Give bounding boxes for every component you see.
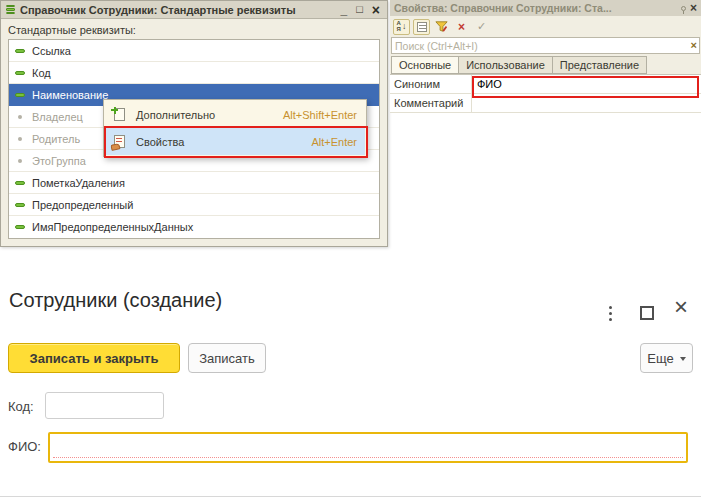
menu-shortcut: Alt+Enter — [311, 136, 357, 148]
properties-titlebar[interactable]: Свойства: Справочник Сотрудники: Ста... … — [390, 0, 701, 16]
standard-attributes-label: Стандартные реквизиты: — [8, 24, 387, 36]
employee-creation-form: Сотрудники (создание) × Записать и закры… — [0, 280, 701, 500]
properties-grid: Синоним ФИО Комментарий — [390, 74, 701, 113]
attribute-icon — [14, 49, 26, 53]
attribute-icon — [14, 181, 26, 185]
tab-osnovnye[interactable]: Основные — [391, 56, 459, 74]
apply-check-icon[interactable]: ✓ — [473, 19, 490, 35]
catalog-icon — [6, 5, 15, 15]
additional-icon — [111, 107, 127, 123]
chevron-down-icon — [680, 357, 686, 361]
comment-value[interactable] — [472, 94, 701, 112]
fio-label: ФИО: — [8, 439, 41, 454]
properties-tabs: Основные Использование Представление — [390, 55, 701, 74]
property-row-sinonim: Синоним ФИО — [390, 75, 701, 94]
close-icon[interactable]: × — [674, 295, 688, 319]
property-label: Синоним — [390, 75, 472, 93]
more-menu-icon[interactable] — [607, 304, 614, 323]
menu-item-svoystva[interactable]: Свойства Alt+Enter — [105, 128, 365, 155]
attribute-dot-icon — [14, 115, 26, 119]
property-label: Комментарий — [390, 94, 472, 112]
attribute-icon — [14, 203, 26, 207]
properties-panel: Свойства: Справочник Сотрудники: Ста... … — [390, 0, 701, 113]
list-item-ssylka[interactable]: Ссылка — [9, 40, 379, 62]
fio-input[interactable] — [50, 434, 686, 461]
context-menu: Дополнительно Alt+Shift+Enter Свойства A… — [103, 99, 367, 157]
form-title: Сотрудники (создание) — [9, 289, 222, 312]
maximize-icon[interactable] — [640, 306, 654, 320]
close-icon[interactable]: × — [372, 3, 380, 17]
standard-attributes-titlebar[interactable]: Справочник Сотрудники: Стандартные рекви… — [1, 1, 387, 19]
list-item-kod[interactable]: Код — [9, 62, 379, 84]
categories-icon[interactable] — [413, 19, 430, 35]
save-button[interactable]: Записать — [188, 343, 266, 373]
window-title: Справочник Сотрудники: Стандартные рекви… — [20, 4, 335, 16]
attribute-icon — [14, 225, 26, 229]
attribute-dot-icon — [14, 159, 26, 163]
code-input[interactable] — [45, 392, 164, 419]
list-item-imyapredopredelennykhdannykh[interactable]: ИмяПредопределенныхДанных — [9, 216, 379, 238]
pin-icon[interactable] — [681, 6, 686, 11]
properties-title: Свойства: Справочник Сотрудники: Ста... — [394, 2, 677, 14]
form-separator — [0, 496, 701, 497]
screenshot-root: Справочник Сотрудники: Стандартные рекви… — [0, 0, 701, 500]
minimize-icon[interactable]: _ — [340, 4, 347, 16]
tab-ispolzovanie[interactable]: Использование — [458, 56, 553, 74]
attribute-icon — [14, 93, 26, 97]
maximize-icon[interactable]: □ — [356, 4, 363, 15]
property-row-kommentariy: Комментарий — [390, 94, 701, 113]
list-item-predopredelennyi[interactable]: Предопределенный — [9, 194, 379, 216]
search-input[interactable] — [392, 40, 699, 52]
properties-search: × — [391, 37, 700, 54]
attribute-dot-icon — [14, 137, 26, 141]
sort-alphabetical-icon[interactable]: АЯ ↓ — [393, 19, 410, 35]
save-and-close-button[interactable]: Записать и закрыть — [8, 343, 180, 373]
close-icon[interactable]: × — [690, 2, 697, 14]
list-item-pometkaudaleniya[interactable]: ПометкаУдаления — [9, 172, 379, 194]
search-clear-icon[interactable]: × — [691, 39, 697, 51]
more-button[interactable]: Еще — [640, 343, 693, 373]
filter-funnel-icon[interactable] — [433, 19, 450, 35]
properties-toolbar: АЯ ↓ × ✓ — [390, 16, 701, 37]
synonym-value[interactable]: ФИО — [472, 75, 701, 93]
cancel-icon[interactable]: × — [453, 19, 470, 35]
code-label: Код: — [8, 399, 34, 414]
fio-input-wrap — [48, 432, 688, 463]
tab-predstavlenie[interactable]: Представление — [552, 56, 647, 74]
menu-shortcut: Alt+Shift+Enter — [283, 109, 357, 121]
menu-item-dopolnitelno[interactable]: Дополнительно Alt+Shift+Enter — [105, 101, 365, 128]
attribute-icon — [14, 71, 26, 75]
properties-icon — [111, 134, 127, 150]
